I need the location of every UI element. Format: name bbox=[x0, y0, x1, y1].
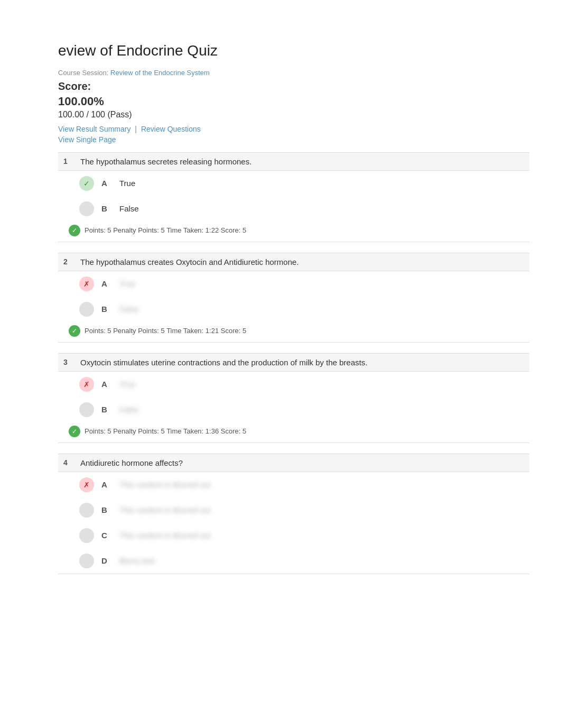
question-header: 4Antidiuretic hormone affects? bbox=[58, 454, 529, 472]
points-text: Points: 5 Penalty Points: 5 Time Taken: … bbox=[85, 226, 246, 234]
question-block-3: 3Oxytocin stimulates uterine contraction… bbox=[58, 353, 529, 443]
check-icon: ✓ bbox=[69, 426, 80, 437]
result-links: View Result Summary | Review Questions bbox=[58, 125, 529, 133]
points-text: Points: 5 Penalty Points: 5 Time Taken: … bbox=[85, 327, 246, 335]
question-text: Antidiuretic hormone affects? bbox=[80, 458, 524, 467]
answer-icon-incorrect: ✗ bbox=[79, 277, 94, 291]
answer-text: True bbox=[119, 380, 135, 389]
answer-letter: B bbox=[101, 204, 112, 213]
question-header: 2The hypothalamus creates Oxytocin and A… bbox=[58, 253, 529, 271]
answer-row: BThis content is blurred out bbox=[58, 497, 529, 523]
question-block-4: 4Antidiuretic hormone affects?✗AThis con… bbox=[58, 454, 529, 574]
answer-row: CThis content is blurred out bbox=[58, 523, 529, 548]
question-header: 1The hypothalamus secretes releasing hor… bbox=[58, 152, 529, 171]
answer-row: BFalse bbox=[58, 297, 529, 322]
answer-letter: D bbox=[101, 556, 112, 565]
view-result-summary-link[interactable]: View Result Summary bbox=[58, 125, 130, 133]
answer-text: True bbox=[119, 179, 135, 188]
check-icon: ✓ bbox=[69, 225, 80, 236]
points-row: ✓Points: 5 Penalty Points: 5 Time Taken:… bbox=[58, 222, 529, 242]
answer-letter: A bbox=[101, 179, 112, 188]
answer-icon-neutral bbox=[79, 503, 94, 518]
answer-row: ✗ATrue bbox=[58, 271, 529, 297]
answer-row: ✗ATrue bbox=[58, 372, 529, 397]
question-number: 2 bbox=[63, 257, 76, 266]
answer-letter: A bbox=[101, 279, 112, 288]
points-row: ✓Points: 5 Penalty Points: 5 Time Taken:… bbox=[58, 322, 529, 342]
answer-icon-neutral bbox=[79, 554, 94, 568]
points-text: Points: 5 Penalty Points: 5 Time Taken: … bbox=[85, 427, 246, 435]
answer-letter: B bbox=[101, 505, 112, 514]
answer-icon-neutral bbox=[79, 201, 94, 216]
score-fraction: 100.00 / 100 (Pass) bbox=[58, 110, 529, 119]
course-session-link[interactable]: Review of the Endocrine System bbox=[110, 69, 210, 77]
answer-text: This content is blurred out bbox=[119, 480, 211, 489]
questions-container: 1The hypothalamus secretes releasing hor… bbox=[58, 152, 529, 574]
link-separator: | bbox=[135, 125, 137, 133]
check-icon: ✓ bbox=[69, 325, 80, 337]
view-single-page-link[interactable]: View Single Page bbox=[58, 135, 116, 144]
answer-icon-neutral bbox=[79, 528, 94, 543]
question-block-2: 2The hypothalamus creates Oxytocin and A… bbox=[58, 253, 529, 343]
points-row: ✓Points: 5 Penalty Points: 5 Time Taken:… bbox=[58, 422, 529, 443]
question-text: The hypothalamus creates Oxytocin and An… bbox=[80, 257, 524, 266]
answer-letter: A bbox=[101, 480, 112, 489]
question-number: 1 bbox=[63, 157, 76, 165]
answer-row: BFalse bbox=[58, 196, 529, 222]
answer-row: DBlurry text bbox=[58, 548, 529, 574]
question-number: 4 bbox=[63, 458, 76, 467]
answer-row: ✓ATrue bbox=[58, 171, 529, 196]
answer-text: False bbox=[119, 305, 139, 314]
answer-icon-correct: ✓ bbox=[79, 176, 94, 191]
answer-text: Blurry text bbox=[119, 556, 155, 565]
view-single-page-link-container: View Single Page bbox=[58, 135, 529, 144]
answer-text: False bbox=[119, 204, 139, 213]
answer-letter: B bbox=[101, 405, 112, 414]
question-number: 3 bbox=[63, 358, 76, 366]
score-label: Score: bbox=[58, 79, 529, 94]
answer-row: BFalse bbox=[58, 397, 529, 422]
answer-icon-incorrect: ✗ bbox=[79, 477, 94, 492]
answer-icon-incorrect: ✗ bbox=[79, 377, 94, 392]
answer-text: True bbox=[119, 279, 135, 288]
answer-text: False bbox=[119, 405, 139, 414]
score-value: 100.00% bbox=[58, 94, 529, 110]
answer-text: This content is blurred out bbox=[119, 505, 211, 514]
question-text: Oxytocin stimulates uterine contractions… bbox=[80, 358, 524, 367]
answer-letter: A bbox=[101, 380, 112, 389]
answer-icon-neutral bbox=[79, 302, 94, 317]
question-text: The hypothalamus secretes releasing horm… bbox=[80, 157, 524, 166]
answer-letter: C bbox=[101, 531, 112, 540]
question-block-1: 1The hypothalamus secretes releasing hor… bbox=[58, 152, 529, 242]
page-title: eview of Endocrine Quiz bbox=[58, 42, 529, 59]
answer-letter: B bbox=[101, 305, 112, 314]
course-session: Course Session: Review of the Endocrine … bbox=[58, 69, 529, 77]
question-header: 3Oxytocin stimulates uterine contraction… bbox=[58, 353, 529, 372]
answer-row: ✗AThis content is blurred out bbox=[58, 472, 529, 497]
review-questions-link[interactable]: Review Questions bbox=[141, 125, 201, 133]
answer-text: This content is blurred out bbox=[119, 531, 211, 540]
answer-icon-neutral bbox=[79, 402, 94, 417]
